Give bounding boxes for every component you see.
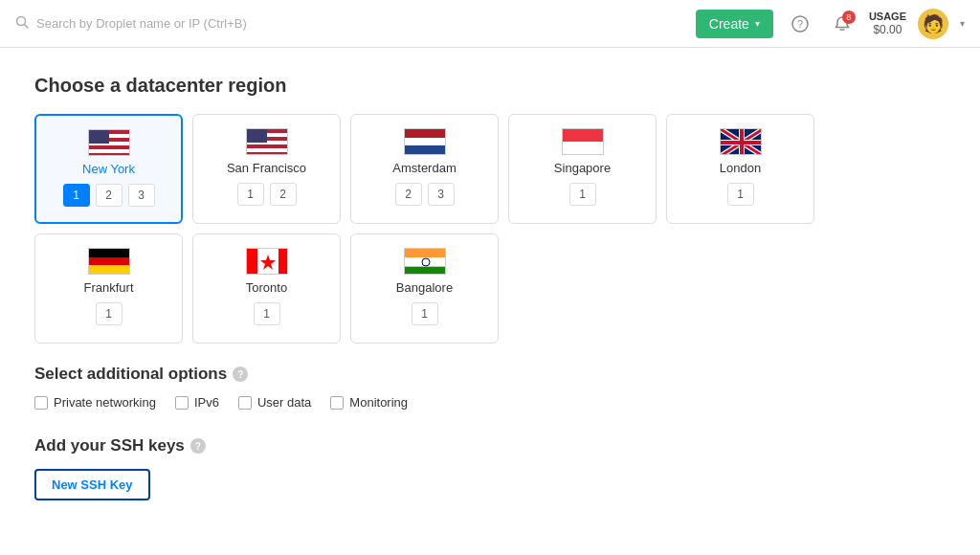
- option-label-private-networking: Private networking: [54, 395, 156, 410]
- option-label-monitoring: Monitoring: [349, 395, 408, 410]
- checkbox-private-networking[interactable]: [34, 396, 48, 410]
- flag-bangalore: [404, 248, 446, 275]
- search-placeholder: Search by Droplet name or IP (Ctrl+B): [36, 16, 247, 31]
- flag-amsterdam: [404, 128, 446, 155]
- region-num-new-york-1[interactable]: 1: [63, 184, 90, 207]
- additional-options-help-icon[interactable]: ?: [233, 366, 248, 382]
- checkbox-ipv6[interactable]: [175, 396, 189, 410]
- usage-amount: $0.00: [873, 23, 902, 38]
- svg-rect-19: [405, 257, 446, 266]
- region-card-singapore[interactable]: Singapore1: [508, 114, 657, 224]
- ssh-keys-title-row: Add your SSH keys ?: [34, 436, 946, 455]
- flag-london: [720, 128, 762, 155]
- ssh-keys-title: Add your SSH keys: [34, 436, 185, 455]
- usage-block: USAGE $0.00: [869, 10, 906, 38]
- create-button[interactable]: Create ▾: [696, 10, 773, 38]
- additional-options-title: Select additional options: [34, 365, 227, 384]
- datacenter-title: Choose a datacenter region: [34, 75, 946, 97]
- flag-singapore: [562, 128, 604, 155]
- avatar[interactable]: 🧑: [918, 9, 948, 39]
- region-card-bangalore[interactable]: Bangalore1: [350, 233, 499, 344]
- flag-san-francisco: [246, 128, 288, 155]
- usage-label: USAGE: [869, 10, 906, 23]
- region-name-toronto: Toronto: [246, 280, 287, 295]
- svg-rect-13: [740, 129, 744, 155]
- region-name-amsterdam: Amsterdam: [392, 161, 456, 175]
- region-card-new-york[interactable]: New York123: [34, 114, 183, 224]
- region-name-bangalore: Bangalore: [396, 280, 453, 295]
- region-num-amsterdam-2[interactable]: 2: [395, 183, 422, 206]
- option-label-ipv6: IPv6: [194, 395, 219, 410]
- notification-icon[interactable]: 8: [827, 9, 858, 39]
- region-num-frankfurt-1[interactable]: 1: [96, 302, 122, 325]
- flag-new-york: [88, 129, 130, 156]
- option-label-user-data: User data: [257, 395, 311, 410]
- region-card-frankfurt[interactable]: Frankfurt1: [34, 233, 183, 344]
- new-ssh-key-button[interactable]: New SSH Key: [34, 469, 150, 500]
- region-name-london: London: [720, 161, 761, 175]
- header: Search by Droplet name or IP (Ctrl+B) Cr…: [0, 0, 980, 48]
- region-card-toronto[interactable]: Toronto1: [192, 233, 341, 344]
- svg-rect-15: [247, 249, 257, 275]
- svg-line-1: [25, 25, 29, 29]
- option-monitoring[interactable]: Monitoring: [330, 395, 408, 410]
- region-name-singapore: Singapore: [554, 161, 611, 175]
- option-ipv6[interactable]: IPv6: [175, 395, 219, 410]
- additional-options-title-row: Select additional options ?: [34, 365, 946, 384]
- region-name-san-francisco: San Francisco: [227, 161, 306, 175]
- region-grid: New York123 San Francisco12Amsterdam23Si…: [34, 114, 946, 344]
- svg-rect-18: [405, 249, 446, 257]
- region-numbers-amsterdam: 23: [395, 183, 455, 206]
- ssh-keys-help-icon[interactable]: ?: [190, 438, 206, 454]
- region-numbers-london: 1: [727, 183, 754, 206]
- region-card-san-francisco[interactable]: San Francisco12: [192, 114, 341, 224]
- checkbox-user-data[interactable]: [238, 396, 252, 410]
- region-num-bangalore-1[interactable]: 1: [412, 302, 438, 325]
- region-numbers-bangalore: 1: [412, 302, 438, 325]
- flag-toronto: [246, 248, 288, 275]
- region-num-singapore-1[interactable]: 1: [569, 183, 596, 206]
- region-numbers-frankfurt: 1: [96, 302, 122, 325]
- region-numbers-toronto: 1: [254, 302, 280, 325]
- additional-options-section: Select additional options ? Private netw…: [34, 365, 946, 410]
- create-label: Create: [709, 16, 749, 32]
- ssh-keys-section: Add your SSH keys ? New SSH Key: [34, 436, 946, 500]
- chevron-down-icon: ▾: [755, 18, 760, 29]
- datacenter-section: Choose a datacenter region New York123 S…: [34, 75, 946, 344]
- region-num-san-francisco-1[interactable]: 1: [237, 183, 264, 206]
- region-num-london-1[interactable]: 1: [727, 183, 754, 206]
- option-private-networking[interactable]: Private networking: [34, 395, 156, 410]
- main-content: Choose a datacenter region New York123 S…: [0, 48, 980, 527]
- svg-rect-20: [405, 267, 446, 275]
- header-right: Create ▾ ? 8 USAGE $0.00 🧑 ▾: [696, 9, 965, 39]
- search-bar[interactable]: Search by Droplet name or IP (Ctrl+B): [15, 15, 590, 32]
- notification-badge: 8: [842, 11, 856, 24]
- region-numbers-singapore: 1: [569, 183, 596, 206]
- flag-frankfurt: [88, 248, 130, 275]
- region-num-amsterdam-3[interactable]: 3: [428, 183, 455, 206]
- account-chevron-icon[interactable]: ▾: [960, 18, 965, 29]
- region-num-new-york-2[interactable]: 2: [96, 184, 122, 207]
- svg-rect-16: [278, 249, 288, 275]
- help-icon[interactable]: ?: [785, 9, 815, 39]
- region-card-amsterdam[interactable]: Amsterdam23: [350, 114, 499, 224]
- checkbox-monitoring[interactable]: [330, 396, 344, 410]
- region-numbers-new-york: 123: [63, 184, 155, 207]
- options-row: Private networkingIPv6User dataMonitorin…: [34, 395, 946, 410]
- search-icon: [15, 15, 29, 32]
- region-num-toronto-1[interactable]: 1: [254, 302, 280, 325]
- region-num-san-francisco-2[interactable]: 2: [270, 183, 297, 206]
- region-name-frankfurt: Frankfurt: [83, 280, 133, 295]
- svg-text:?: ?: [797, 18, 803, 30]
- region-numbers-san-francisco: 12: [237, 183, 297, 206]
- region-num-new-york-3[interactable]: 3: [128, 184, 155, 207]
- option-user-data[interactable]: User data: [238, 395, 311, 410]
- region-card-london[interactable]: London1: [666, 114, 814, 224]
- region-name-new-york: New York: [82, 162, 135, 176]
